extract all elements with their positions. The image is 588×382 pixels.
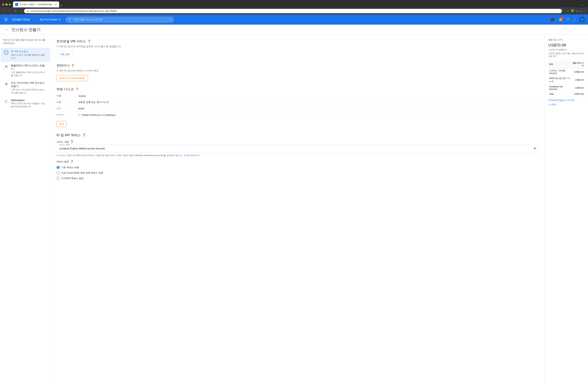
- tab-close-button[interactable]: ✕: [55, 3, 57, 6]
- radio-default-access-indicator: [57, 166, 60, 169]
- service-account-help-icon[interactable]: ❓: [70, 140, 74, 144]
- minimize-window-button[interactable]: [5, 3, 8, 6]
- browser-tab-active[interactable]: G 인스턴스 만들기 – Compute Engi... ✕: [13, 1, 59, 7]
- share-button[interactable]: ↑: [564, 9, 565, 13]
- price-table: 항목 월별 예상 가격 2 vCPU + 16 GB memory US$65.…: [548, 61, 584, 96]
- search-placeholder-text: 검색 제품, 리소스, 문서(/): [74, 18, 167, 21]
- global-search-bar[interactable]: 🔍 검색 제품, 리소스, 문서(/) ▼: [65, 17, 174, 23]
- price-table-header-price: 월별 예상 가격: [571, 61, 584, 68]
- radio-per-api-label: 각 API에 액세스 설정: [61, 177, 84, 180]
- boot-disk-value-size: 50GB: [78, 107, 84, 110]
- boot-disk-label-image: 이미지: [57, 113, 78, 116]
- new-vm-title: 새 VM 인스턴스: [11, 50, 47, 53]
- reload-button[interactable]: ↻: [14, 8, 18, 13]
- price-item-disk: 50GB 분산된 영구 디스크: [548, 76, 571, 84]
- price-row-total: Total US$70.99: [548, 92, 584, 96]
- notifications-button[interactable]: 🔔 2: [557, 16, 564, 23]
- project-dropdown-icon: ▼: [59, 18, 61, 21]
- template-vm-title: 템플릿에서 VM 인스턴스 만들기: [11, 64, 47, 71]
- page-header: ← 인스턴스 만들기: [0, 25, 588, 35]
- machine-image-vm-title: 머신 이미지에서 VM 인스턴스 만들기: [11, 81, 47, 88]
- radio-all-cloud-api-indicator: [57, 171, 60, 174]
- profile-button[interactable]: b: [580, 10, 582, 13]
- browser-address-bar: ← → ↻ ⌂ 🔒 console.cloud.google.com/compu…: [0, 7, 588, 15]
- access-scope-section: 액세스 범위 ❓ 기본 액세스 허용 모든 Cloud API에 대한 전체 액…: [57, 160, 539, 181]
- price-value-disk: US$5.00: [571, 76, 584, 84]
- price-item-total: Total: [548, 92, 571, 96]
- confidential-vm-help-icon[interactable]: ❓: [87, 40, 91, 43]
- confidential-vm-setup-button[interactable]: 사용 설정: [57, 51, 73, 57]
- page-back-button[interactable]: ←: [4, 27, 9, 32]
- radio-per-api-indicator: [57, 177, 60, 180]
- sidebar-item-template-vm[interactable]: ⊞ 템플릿에서 VM 인스턴스 만들기 기존 템플릿에서 VM 인스턴스 하나를…: [1, 62, 50, 79]
- container-title: 컨테이너 ❓: [57, 63, 539, 68]
- service-account-field[interactable]: 서비스 계정 Compute Engine default service ac…: [57, 145, 539, 152]
- template-vm-icon: ⊞: [4, 64, 9, 69]
- price-note: 사용한 만큼만 비용 지불: 선불 비용 없이 초당 청구: [548, 52, 584, 58]
- search-shortcut-icon: ▼: [169, 18, 171, 21]
- price-value-discount: -US$0.00: [571, 84, 584, 92]
- marketplace-title: Marketplace: [11, 99, 47, 102]
- boot-disk-change-button[interactable]: 변경: [57, 121, 67, 127]
- back-nav-button[interactable]: ←: [2, 9, 6, 13]
- address-bar-input[interactable]: 🔒 console.cloud.google.com/compute/insta…: [24, 9, 562, 13]
- radio-default-access[interactable]: 기본 액세스 허용: [57, 165, 539, 170]
- boot-disk-row-image: 이미지 🛡 Debian GNU/Linux 11 (bullseye): [57, 112, 539, 118]
- boot-disk-row-type: 유형 새로운 균형 있는 영구 디스크: [57, 99, 539, 105]
- template-vm-subtitle: 기존 템플릿에서 VM 인스턴스 하나를 만듭니다.: [11, 71, 47, 77]
- machine-image-vm-subtitle: 기존 머신 이미지에서 VM 인스턴스 하나를 만듭니다.: [11, 88, 47, 95]
- sidebar-item-new-vm[interactable]: + 새 VM 인스턴스 VM 인스턴스 하나를 처음부터 만듭니다.: [1, 48, 50, 62]
- price-less-label: LESS: [551, 103, 556, 106]
- bookmark-button[interactable]: ☆: [567, 9, 569, 13]
- service-account-label: 서비스 계정 ❓: [57, 140, 539, 144]
- sidebar-item-marketplace[interactable]: 🛒 Marketplace VM 인스턴스에 바로 사용할 수 있는 솔루션을 …: [1, 96, 50, 110]
- price-row-cpu-memory: 2 vCPU + 16 GB memory US$65.99: [548, 68, 584, 76]
- extensions-button[interactable]: 🧩: [571, 9, 574, 13]
- service-account-learn-more-link[interactable]: 자세히 알아보기: [184, 154, 200, 157]
- more-options-button[interactable]: ⋮: [572, 16, 578, 23]
- radio-all-cloud-api-label: 모든 Cloud API에 대한 전체 액세스 허용: [61, 171, 103, 174]
- new-vm-icon: +: [4, 50, 9, 55]
- disk-shield-icon: 🛡: [78, 114, 81, 116]
- radio-all-cloud-api[interactable]: 모든 Cloud API에 대한 전체 액세스 허용: [57, 170, 539, 176]
- price-link[interactable]: Compute Engine 가격 책정: [548, 99, 584, 102]
- price-less-button[interactable]: ∧ LESS: [548, 103, 584, 106]
- home-button[interactable]: ⌂: [19, 9, 22, 13]
- hamburger-menu-button[interactable]: ☰: [3, 16, 9, 23]
- machine-image-vm-text: 머신 이미지에서 VM 인스턴스 만들기 기존 머신 이미지에서 VM 인스턴스…: [11, 81, 47, 95]
- container-section: 컨테이너 ❓ 이 VM 인스턴스에 컨테이너 이미지 배포 DEPLOY CON…: [57, 63, 539, 81]
- chevron-up-icon: ∧: [548, 103, 550, 106]
- cloud-shell-button[interactable]: ⬛: [549, 17, 556, 23]
- google-text: Google Cloud: [12, 18, 30, 21]
- template-vm-text: 템플릿에서 VM 인스턴스 만들기 기존 템플릿에서 VM 인스턴스 하나를 만…: [11, 64, 47, 77]
- marketplace-subtitle: VM 인스턴스에 바로 사용할 수 있는 솔루션을 배포합니다.: [11, 102, 47, 108]
- sidebar-item-machine-image-vm[interactable]: 🖥 머신 이미지에서 VM 인스턴스 만들기 기존 머신 이미지에서 VM 인스…: [1, 79, 50, 96]
- price-panel: 월별 예상 가격 US$70.99 시간당 약 US$0.10 사용한 만큼만 …: [545, 35, 588, 382]
- boot-disk-help-icon[interactable]: ❓: [75, 88, 79, 91]
- price-value-total: US$70.99: [571, 92, 584, 96]
- radio-per-api[interactable]: 각 API에 액세스 설정: [57, 176, 539, 181]
- new-tab-button[interactable]: +: [61, 4, 63, 7]
- browser-menu-button[interactable]: ⋮: [583, 9, 586, 13]
- project-selector[interactable]: My First Project ▼: [39, 17, 63, 22]
- container-desc: 이 VM 인스턴스에 컨테이너 이미지 배포: [57, 69, 539, 72]
- boot-disk-value-name: recjoon: [78, 94, 86, 97]
- service-account-select[interactable]: Compute Engine default service account: [59, 147, 536, 150]
- boot-disk-value-type: 새로운 균형 있는 영구 디스크: [78, 101, 109, 104]
- gcp-header: ☰ Google Cloud My First Project ▼ 🔍 검색 제…: [0, 15, 588, 25]
- tab-menu-button[interactable]: ⌄: [582, 3, 586, 6]
- id-api-help-icon[interactable]: ❓: [82, 134, 86, 137]
- tab-favicon: G: [15, 3, 18, 6]
- container-help-icon[interactable]: ❓: [71, 64, 75, 67]
- sidebar-toggle-button[interactable]: ▭: [576, 9, 578, 13]
- user-avatar[interactable]: b: [579, 17, 585, 22]
- id-api-section: ID 및 API 액세스 ❓ 서비스 계정 ❓ 서비스 계정 Compute E…: [57, 133, 539, 181]
- close-window-button[interactable]: [2, 3, 4, 6]
- access-scope-help-icon[interactable]: ❓: [70, 160, 74, 163]
- gcp-logo: Google Cloud: [12, 18, 30, 21]
- maximize-window-button[interactable]: [9, 3, 11, 6]
- deploy-container-button[interactable]: DEPLOY CONTAINER: [57, 75, 88, 81]
- help-button[interactable]: ?: [566, 16, 570, 23]
- forward-nav-button[interactable]: →: [8, 9, 12, 13]
- boot-disk-title: 부팅 디스크 ❓: [57, 87, 539, 91]
